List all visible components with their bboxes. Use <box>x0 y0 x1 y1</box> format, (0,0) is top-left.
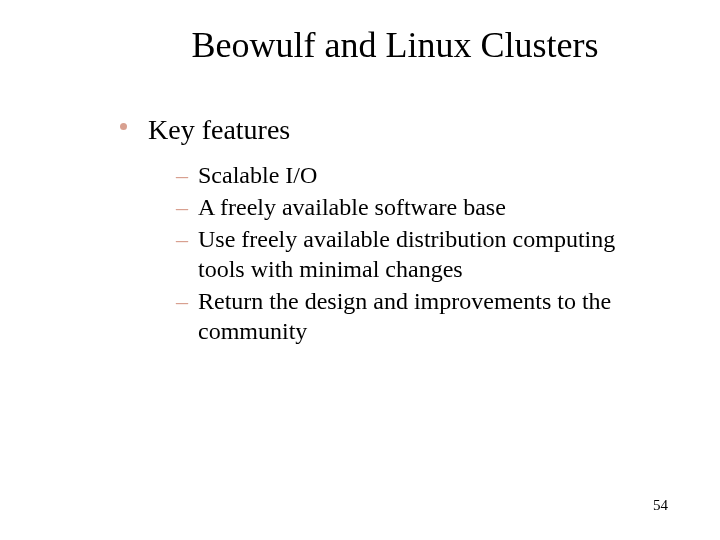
sub-bullet-text: Scalable I/O <box>198 162 317 188</box>
page-number: 54 <box>653 497 668 514</box>
sub-bullet-item: – Return the design and improvements to … <box>176 286 660 346</box>
sub-bullet-text: A freely available software base <box>198 194 506 220</box>
sub-bullet-text: Use freely available distribution comput… <box>198 226 615 282</box>
dash-icon: – <box>176 224 188 254</box>
bullet-list-level2: – Scalable I/O – A freely available soft… <box>176 160 660 346</box>
bullet-text: Key features <box>148 114 290 145</box>
sub-bullet-text: Return the design and improvements to th… <box>198 288 611 344</box>
sub-bullet-item: – Use freely available distribution comp… <box>176 224 660 284</box>
bullet-dot-icon <box>120 123 127 130</box>
sub-bullet-item: – A freely available software base <box>176 192 660 222</box>
dash-icon: – <box>176 192 188 222</box>
slide-container: Beowulf and Linux Clusters Key features … <box>0 0 720 540</box>
dash-icon: – <box>176 160 188 190</box>
bullet-list-level1: Key features – Scalable I/O – A freely a… <box>120 114 660 346</box>
slide-title: Beowulf and Linux Clusters <box>130 24 660 66</box>
sub-bullet-item: – Scalable I/O <box>176 160 660 190</box>
bullet-item-key-features: Key features – Scalable I/O – A freely a… <box>120 114 660 346</box>
dash-icon: – <box>176 286 188 316</box>
